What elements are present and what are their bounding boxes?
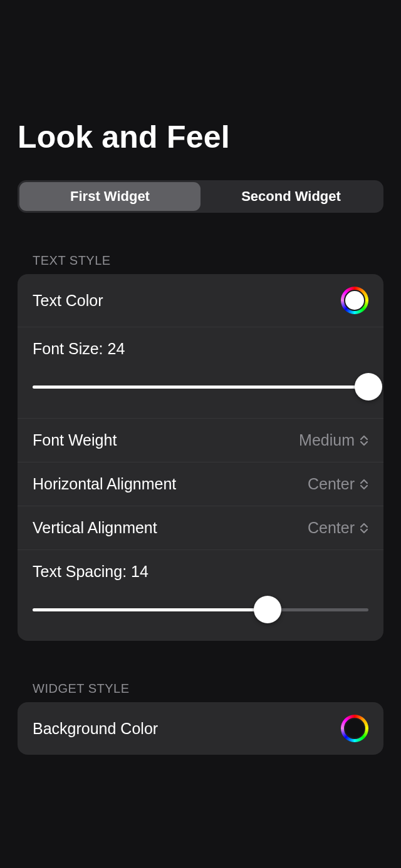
chevron-up-down-icon bbox=[360, 479, 368, 490]
horizontal-alignment-label: Horizontal Alignment bbox=[33, 475, 308, 493]
font-weight-label: Font Weight bbox=[33, 431, 299, 449]
text-color-swatch[interactable] bbox=[341, 287, 368, 314]
widget-style-card: Background Color bbox=[18, 702, 383, 755]
text-spacing-label: Text Spacing: 14 bbox=[33, 563, 368, 581]
tab-first-widget[interactable]: First Widget bbox=[19, 182, 200, 211]
row-font-size: Font Size: 24 bbox=[18, 327, 383, 419]
horizontal-alignment-value: Center bbox=[308, 475, 368, 493]
widget-selector-segmented[interactable]: First Widget Second Widget bbox=[18, 180, 383, 213]
font-size-slider-fill bbox=[33, 385, 368, 389]
text-color-label: Text Color bbox=[33, 292, 341, 310]
horizontal-alignment-value-text: Center bbox=[308, 475, 355, 493]
chevron-up-down-icon bbox=[360, 435, 368, 446]
text-spacing-slider-thumb[interactable] bbox=[254, 596, 281, 623]
background-color-label: Background Color bbox=[33, 720, 341, 738]
background-color-swatch[interactable] bbox=[341, 715, 368, 742]
page-title: Look and Feel bbox=[18, 119, 383, 155]
font-size-label: Font Size: 24 bbox=[33, 340, 368, 358]
row-horizontal-alignment[interactable]: Horizontal Alignment Center bbox=[18, 462, 383, 506]
font-size-slider-thumb[interactable] bbox=[355, 373, 382, 401]
vertical-alignment-value: Center bbox=[308, 519, 368, 537]
vertical-alignment-label: Vertical Alignment bbox=[33, 519, 308, 537]
row-font-weight[interactable]: Font Weight Medium bbox=[18, 419, 383, 462]
tab-second-widget[interactable]: Second Widget bbox=[200, 182, 382, 211]
font-weight-value: Medium bbox=[299, 431, 368, 449]
font-size-slider[interactable] bbox=[33, 375, 368, 398]
row-text-spacing: Text Spacing: 14 bbox=[18, 550, 383, 641]
row-text-color[interactable]: Text Color bbox=[18, 274, 383, 327]
section-header-text-style: TEXT STYLE bbox=[33, 253, 383, 268]
vertical-alignment-value-text: Center bbox=[308, 519, 355, 537]
section-header-widget-style: WIDGET STYLE bbox=[33, 682, 383, 696]
text-spacing-slider-fill bbox=[33, 608, 268, 611]
row-vertical-alignment[interactable]: Vertical Alignment Center bbox=[18, 506, 383, 550]
chevron-up-down-icon bbox=[360, 523, 368, 534]
font-weight-value-text: Medium bbox=[299, 431, 355, 449]
text-spacing-slider[interactable] bbox=[33, 598, 368, 621]
text-style-card: Text Color Font Size: 24 Font Weight Med… bbox=[18, 274, 383, 641]
row-background-color[interactable]: Background Color bbox=[18, 702, 383, 755]
